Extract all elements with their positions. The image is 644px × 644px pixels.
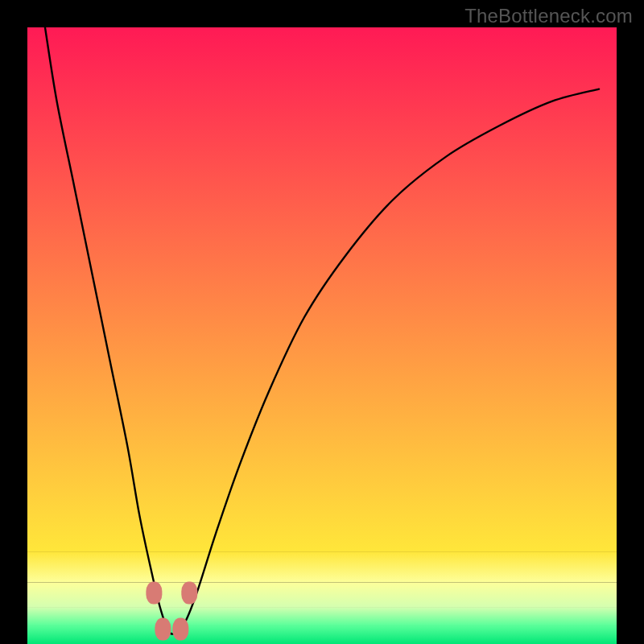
svg-rect-7 xyxy=(172,618,188,641)
bottleneck-curve xyxy=(27,27,617,644)
svg-rect-5 xyxy=(146,581,162,604)
svg-rect-6 xyxy=(155,618,171,641)
chart-frame: TheBottleneck.com xyxy=(0,0,644,644)
svg-rect-8 xyxy=(181,581,197,604)
plot-area xyxy=(27,27,617,644)
watermark-text: TheBottleneck.com xyxy=(464,5,633,27)
